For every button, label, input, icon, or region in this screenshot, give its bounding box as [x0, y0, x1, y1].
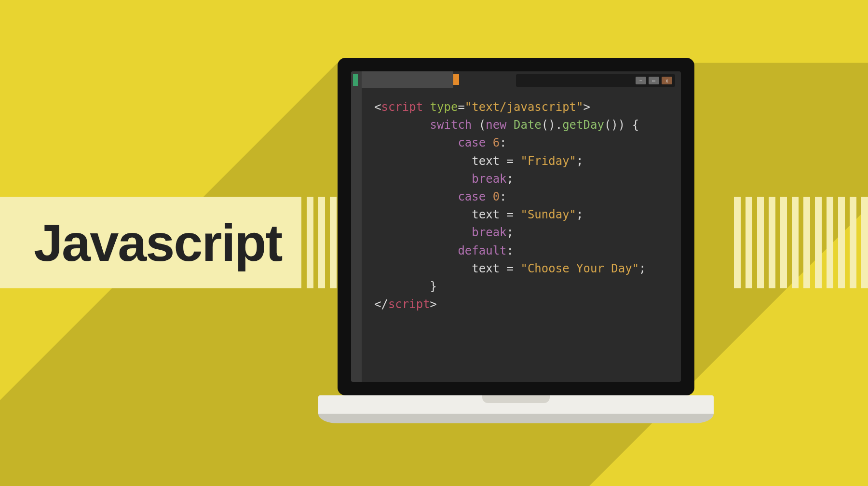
close-button[interactable]: [662, 77, 672, 84]
editor-gutter: [351, 71, 362, 382]
tab-modified-icon: [453, 74, 459, 85]
laptop: <script type="text/javascript"> switch (…: [338, 58, 694, 429]
trackpad-notch-icon: [482, 395, 550, 403]
decorative-bars-right: [734, 197, 868, 288]
title-banner: Javascript: [0, 197, 301, 288]
tab-strip: [362, 71, 681, 88]
screen-bezel: <script type="text/javascript"> switch (…: [338, 58, 694, 395]
laptop-base: [318, 395, 714, 429]
minimize-button[interactable]: [636, 77, 646, 84]
gutter-marker-icon: [353, 74, 358, 86]
maximize-button[interactable]: [649, 77, 659, 84]
code-block: <script type="text/javascript"> switch (…: [374, 98, 671, 313]
decorative-bars-left: [307, 197, 337, 288]
editor-tab[interactable]: [362, 71, 453, 88]
title-text: Javascript: [34, 213, 282, 273]
code-editor: <script type="text/javascript"> switch (…: [351, 71, 681, 382]
window-controls: [516, 74, 675, 87]
